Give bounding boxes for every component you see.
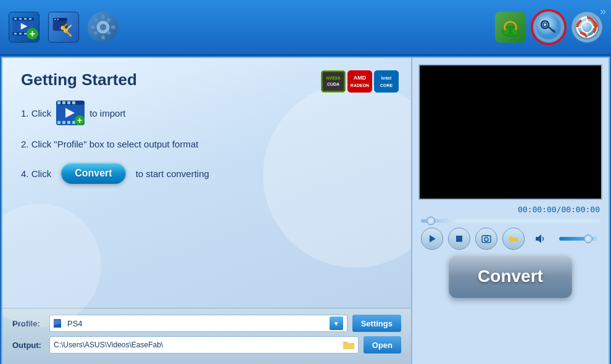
add-video-button[interactable]: + <box>7 10 41 44</box>
volume-slider[interactable] <box>559 237 600 241</box>
nvidia-badge: NVIDIA CUDA <box>321 70 346 93</box>
svg-rect-83 <box>484 235 488 236</box>
svg-point-25 <box>100 24 107 31</box>
svg-rect-7 <box>14 33 17 35</box>
svg-rect-53 <box>322 71 345 92</box>
edit-button[interactable] <box>47 10 80 44</box>
svg-rect-28 <box>91 25 95 28</box>
screenshot-button[interactable] <box>475 228 497 250</box>
shop-button[interactable] <box>494 10 527 44</box>
svg-rect-66 <box>62 101 65 104</box>
right-bottom: Convert <box>418 255 602 304</box>
svg-text:+: + <box>30 28 35 39</box>
help-button[interactable] <box>570 10 604 44</box>
svg-rect-29 <box>111 25 115 28</box>
svg-rect-67 <box>67 101 70 104</box>
main-area: NVIDIA CUDA AMD RADEON Intel CORE Gett <box>1 57 610 364</box>
svg-text:RADEON: RADEON <box>351 83 369 88</box>
folder-button[interactable] <box>502 228 525 250</box>
seek-bar-wrapper <box>418 219 602 223</box>
import-icon[interactable]: + <box>56 101 85 125</box>
svg-rect-71 <box>67 121 70 124</box>
svg-rect-9 <box>24 33 27 35</box>
output-path-wrapper: C:\Users\ASUS\Videos\EaseFab\ Open <box>49 336 401 354</box>
svg-rect-44 <box>552 30 554 31</box>
svg-text:AMD: AMD <box>354 75 367 81</box>
svg-rect-30 <box>93 17 98 22</box>
svg-point-82 <box>484 238 488 241</box>
volume-icon <box>530 228 552 250</box>
profile-dropdown-arrow[interactable]: ▼ <box>330 316 343 330</box>
svg-text:CUDA: CUDA <box>327 82 339 86</box>
register-button[interactable] <box>532 10 565 44</box>
left-panel: NVIDIA CUDA AMD RADEON Intel CORE Gett <box>2 58 411 364</box>
svg-rect-80 <box>456 236 462 242</box>
svg-rect-17 <box>57 19 59 20</box>
convert-main-button[interactable]: Convert <box>449 255 572 298</box>
svg-text:+: + <box>77 115 82 125</box>
intel-badge: Intel CORE <box>374 70 399 93</box>
stop-button[interactable] <box>448 228 470 250</box>
svg-rect-70 <box>62 121 65 124</box>
step1-suffix: to import <box>89 108 125 118</box>
convert-inline-button[interactable]: Convert <box>61 163 125 184</box>
time-total: 00:00:00 <box>561 205 600 214</box>
hw-badges: NVIDIA CUDA AMD RADEON Intel CORE <box>321 70 399 93</box>
svg-rect-31 <box>106 17 110 22</box>
video-preview <box>418 64 602 200</box>
svg-rect-3 <box>14 18 17 20</box>
open-button[interactable]: Open <box>364 336 401 354</box>
svg-rect-69 <box>57 121 60 124</box>
settings-button-bottom[interactable]: Settings <box>352 315 401 332</box>
seek-thumb[interactable] <box>426 217 435 225</box>
step1: 1. Click + to import <box>21 101 393 125</box>
bottom-bar: Profile: PS4 ▼ Settings <box>2 308 411 364</box>
svg-text:CORE: CORE <box>380 83 393 88</box>
profile-select[interactable]: PS4 ▼ <box>49 315 347 332</box>
svg-line-23 <box>65 31 70 35</box>
svg-rect-68 <box>72 101 75 104</box>
output-label: Output: <box>12 341 49 350</box>
svg-rect-32 <box>93 30 98 35</box>
profile-row: Profile: PS4 ▼ Settings <box>12 315 401 332</box>
seek-bar[interactable] <box>421 219 600 223</box>
svg-point-38 <box>504 28 506 30</box>
svg-marker-84 <box>536 234 541 243</box>
svg-rect-60 <box>375 71 398 92</box>
time-current: 00:00:00 <box>518 205 557 214</box>
svg-text:Intel: Intel <box>381 75 391 81</box>
step4: 4. Click Convert to start converting <box>21 163 393 184</box>
profile-select-wrapper: PS4 ▼ Settings <box>49 315 401 332</box>
play-button[interactable] <box>421 228 443 250</box>
step4-suffix: to start converting <box>136 168 209 179</box>
profile-label: Profile: <box>12 319 49 328</box>
svg-rect-5 <box>24 18 27 20</box>
step2: 2. Click "Profile" box to select output … <box>21 139 393 149</box>
output-path-text: C:\Users\ASUS\Videos\EaseFab\ <box>54 341 163 349</box>
convert-inline-step[interactable]: Convert <box>56 163 130 184</box>
step4-text: 4. Click <box>21 168 51 179</box>
svg-rect-16 <box>54 19 56 20</box>
right-panel: 00:00:00/00:00:00 <box>411 58 609 364</box>
output-path-field[interactable]: C:\Users\ASUS\Videos\EaseFab\ <box>49 336 359 354</box>
controls-row <box>418 228 602 250</box>
settings-button[interactable] <box>86 10 120 44</box>
svg-rect-4 <box>19 18 22 20</box>
amd-badge: AMD RADEON <box>347 70 372 93</box>
svg-point-39 <box>515 28 517 30</box>
profile-value: PS4 <box>67 319 83 328</box>
step2-text: 2. Click "Profile" box to select output … <box>21 139 198 149</box>
svg-rect-65 <box>57 101 60 104</box>
profile-file-icon <box>54 319 64 328</box>
svg-marker-79 <box>430 235 436 242</box>
output-row: Output: C:\Users\ASUS\Videos\EaseFab\ Op… <box>12 336 401 354</box>
svg-rect-26 <box>101 15 104 19</box>
svg-rect-8 <box>19 33 22 35</box>
svg-text:NVIDIA: NVIDIA <box>326 76 341 80</box>
step1-text: 1. Click <box>21 108 51 118</box>
svg-rect-45 <box>554 31 555 33</box>
svg-rect-6 <box>29 18 31 20</box>
volume-thumb[interactable] <box>584 234 592 243</box>
folder-icon <box>343 340 354 350</box>
svg-rect-27 <box>101 35 104 39</box>
